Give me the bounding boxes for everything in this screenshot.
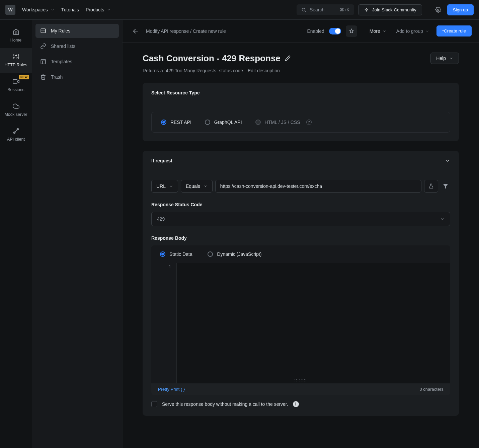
url-type-select[interactable]: URL — [151, 180, 178, 193]
if-request-heading: If request — [143, 151, 459, 171]
grid-icon — [40, 59, 46, 65]
divider — [362, 27, 362, 35]
radio-dynamic-js[interactable]: Dynamic (JavaScript) — [208, 251, 261, 257]
character-count: 0 characters — [419, 387, 444, 392]
rail-home[interactable]: Home — [0, 23, 32, 48]
signup-button[interactable]: Sign up — [447, 4, 474, 15]
resource-type-options: REST API GraphQL API HTML / JS / CSS ? — [151, 112, 450, 133]
code-editor[interactable]: 1 :::::::: — [151, 263, 450, 383]
pin-button[interactable] — [346, 25, 357, 37]
radio-icon — [205, 120, 210, 125]
products-menu[interactable]: Products — [82, 4, 114, 15]
workspaces-menu[interactable]: Workspaces — [19, 4, 58, 15]
sidebar-my-rules-label: My Rules — [51, 28, 70, 33]
arrow-left-icon — [132, 27, 139, 35]
sidebar: My Rules Shared lists Templates Trash — [32, 20, 123, 448]
add-to-group-menu[interactable]: Add to group — [394, 26, 432, 36]
slack-icon — [364, 7, 369, 12]
svg-point-6 — [437, 9, 439, 11]
back-button[interactable] — [130, 25, 141, 37]
gear-icon — [435, 7, 441, 13]
rail-mock-server[interactable]: Mock server — [0, 97, 32, 122]
search-icon — [301, 7, 306, 12]
radio-graphql-label: GraphQL API — [214, 120, 242, 125]
chevron-down-icon — [445, 158, 450, 163]
cloud-icon — [13, 103, 19, 109]
rail-http-rules[interactable]: HTTP Rules — [0, 48, 32, 73]
filter-button[interactable] — [441, 180, 450, 193]
chevron-down-icon — [440, 217, 445, 221]
code-text[interactable] — [177, 263, 450, 383]
svg-rect-3 — [367, 9, 368, 10]
create-rule-button[interactable]: *Create rule — [436, 25, 472, 36]
sidebar-my-rules[interactable]: My Rules — [35, 24, 119, 38]
description-text: Returns a `429 Too Many Requests` status… — [143, 68, 244, 73]
chevron-down-icon — [169, 184, 173, 188]
resource-type-heading: Select Resource Type — [143, 83, 459, 103]
chevron-down-icon — [107, 8, 111, 12]
status-code-select[interactable]: 429 — [151, 212, 450, 226]
sidebar-trash-label: Trash — [51, 74, 63, 80]
url-input[interactable]: https://cash-conversion-api.dev-tester.c… — [215, 180, 421, 193]
search-shortcut: ⌘+K — [340, 7, 349, 12]
test-button[interactable] — [424, 180, 438, 193]
rail-sessions[interactable]: NEW Sessions — [0, 73, 32, 97]
radio-static-label: Static Data — [169, 251, 192, 257]
resize-handle[interactable]: :::::::: — [294, 378, 307, 382]
description-row: Returns a `429 Too Many Requests` status… — [143, 68, 459, 73]
info-icon[interactable]: i — [293, 401, 299, 407]
radio-dynamic-label: Dynamic (JavaScript) — [217, 251, 261, 257]
chevron-down-icon — [382, 29, 386, 33]
content: Cash Conversion - 429 Response Help Retu… — [123, 43, 479, 429]
chevron-down-icon — [425, 29, 429, 33]
radio-rest-api[interactable]: REST API — [161, 120, 191, 125]
help-button[interactable]: Help — [430, 53, 459, 64]
match-type-select[interactable]: Equals — [181, 180, 213, 193]
page-title: Cash Conversion - 429 Response — [143, 53, 281, 64]
serve-checkbox[interactable] — [151, 401, 157, 407]
collapse-button[interactable] — [445, 158, 450, 163]
workspace-avatar[interactable]: W — [5, 5, 15, 15]
sidebar-trash[interactable]: Trash — [35, 70, 119, 84]
more-menu[interactable]: More — [367, 26, 389, 36]
radio-graphql-api[interactable]: GraphQL API — [205, 120, 242, 125]
pretty-print-button[interactable]: Pretty Print { } — [158, 387, 185, 392]
tutorials-link[interactable]: Tutorials — [58, 4, 82, 15]
edit-description-link[interactable]: Edit description — [248, 68, 280, 73]
rail-mock-server-label: Mock server — [4, 112, 27, 117]
sidebar-templates[interactable]: Templates — [35, 55, 119, 69]
join-slack-label: Join Slack Community — [372, 7, 416, 12]
settings-button[interactable] — [432, 3, 445, 16]
rail-home-label: Home — [10, 38, 21, 43]
match-type-label: Equals — [186, 183, 200, 189]
radio-static-data[interactable]: Static Data — [160, 251, 192, 257]
workspaces-label: Workspaces — [22, 7, 48, 12]
edit-icon[interactable] — [285, 55, 291, 61]
tutorials-label: Tutorials — [61, 7, 79, 12]
divider — [427, 3, 427, 16]
svg-rect-5 — [366, 10, 367, 11]
topbar: W Workspaces Tutorials Products Search ⌘… — [0, 0, 479, 20]
video-icon — [13, 78, 19, 85]
enabled-toggle[interactable] — [329, 28, 341, 34]
enabled-label: Enabled — [307, 28, 324, 34]
search-input[interactable]: Search ⌘+K — [297, 4, 354, 15]
rail-api-client[interactable]: API client — [0, 122, 32, 147]
link-icon — [40, 43, 46, 49]
request-condition-row: URL Equals https://cash-conversion-api.d… — [151, 180, 450, 193]
create-rule-label: *Create rule — [442, 28, 466, 33]
svg-rect-2 — [365, 9, 366, 10]
pin-icon — [349, 28, 354, 34]
if-request-label: If request — [151, 158, 172, 163]
new-badge: NEW — [19, 75, 29, 79]
svg-marker-27 — [443, 184, 448, 189]
breadcrumb: Modify API response / Create new rule — [146, 28, 226, 34]
response-body-label: Response Body — [151, 235, 450, 241]
help-icon[interactable]: ? — [306, 120, 312, 125]
radio-icon — [161, 120, 166, 125]
serve-option-row: Serve this response body without making … — [151, 401, 450, 407]
join-slack-button[interactable]: Join Slack Community — [358, 4, 422, 15]
radio-icon — [208, 251, 213, 257]
sidebar-shared-lists[interactable]: Shared lists — [35, 39, 119, 53]
editor-footer: Pretty Print { } 0 characters — [151, 383, 450, 395]
